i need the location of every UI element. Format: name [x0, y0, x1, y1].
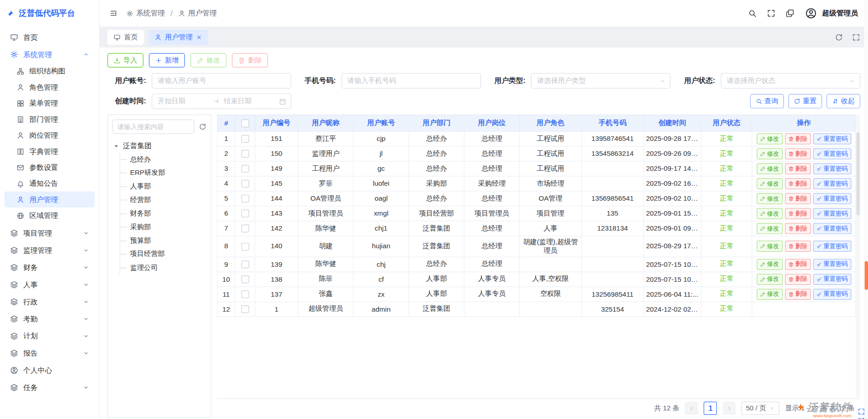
tree-node[interactable]: 采购部	[120, 221, 207, 234]
end-date[interactable]: 结束日期	[224, 96, 275, 106]
reset-password-button[interactable]: 重置密码	[813, 178, 851, 189]
sidebar-item[interactable]: 行政	[5, 293, 95, 310]
modify-button[interactable]: 修改	[756, 289, 782, 299]
sidebar-item[interactable]: 人事	[5, 276, 95, 293]
delete-button[interactable]: 删除	[785, 223, 810, 234]
sidebar-item[interactable]: 角色管理	[5, 79, 95, 95]
delete-button[interactable]: 删除	[785, 259, 810, 270]
modify-button[interactable]: 修改	[756, 274, 782, 284]
row-checkbox[interactable]	[241, 275, 249, 283]
window-scrollbar-thumb[interactable]	[865, 261, 868, 290]
refresh-icon[interactable]	[835, 33, 843, 41]
import-button[interactable]: 导入	[107, 53, 143, 67]
delete-button[interactable]: 删除	[785, 133, 810, 144]
sidebar-item[interactable]: 监理管理	[5, 242, 95, 259]
row-checkbox[interactable]	[241, 210, 249, 217]
tree-node[interactable]: 人事部	[120, 180, 207, 193]
filter-input[interactable]	[341, 73, 481, 88]
delete-button[interactable]: 删除	[785, 178, 810, 189]
modify-button[interactable]: 修改	[756, 133, 782, 144]
tree-node[interactable]: 财务部	[120, 207, 207, 221]
filter-select[interactable]: 请选择用户状态	[721, 73, 860, 88]
filter-input[interactable]	[152, 73, 291, 88]
breadcrumb-item[interactable]: 用户管理	[178, 8, 217, 18]
modify-button[interactable]: 修改	[190, 53, 226, 67]
sidebar-item[interactable]: 首页	[5, 29, 95, 46]
reset-button[interactable]: 重置	[788, 94, 822, 109]
reset-password-button[interactable]: 重置密码	[813, 208, 851, 219]
start-date[interactable]: 开始日期	[158, 96, 209, 106]
query-button[interactable]: 查询	[750, 94, 784, 109]
reset-password-button[interactable]: 重置密码	[813, 193, 851, 204]
reset-password-button[interactable]: 重置密码	[813, 274, 851, 284]
row-checkbox[interactable]	[241, 290, 249, 298]
tree-node[interactable]: 监理公司	[120, 261, 207, 275]
table-scrollbar-thumb[interactable]	[856, 132, 859, 215]
sidebar-item[interactable]: 参数设置	[5, 159, 95, 175]
row-checkbox[interactable]	[241, 225, 249, 232]
delete-button[interactable]: 删除	[785, 241, 810, 252]
sidebar-item[interactable]: 岗位管理	[5, 127, 95, 143]
add-button[interactable]: 新增	[149, 53, 185, 67]
sidebar-item[interactable]: 区域管理	[5, 207, 95, 223]
row-checkbox[interactable]	[241, 135, 249, 143]
window-scrollbar[interactable]	[864, 0, 868, 419]
modify-button[interactable]: 修改	[756, 259, 782, 270]
sidebar-item[interactable]: 个人中心	[5, 362, 95, 379]
prev-page-button[interactable]	[685, 402, 698, 415]
fullscreen-icon[interactable]	[858, 417, 865, 419]
next-page-button[interactable]	[723, 402, 736, 415]
sidebar-item[interactable]: 项目管理	[5, 225, 95, 242]
sidebar-item[interactable]: 字典管理	[5, 143, 95, 159]
page-size-select[interactable]: 50 / 页	[742, 402, 780, 415]
modify-button[interactable]: 修改	[756, 193, 782, 204]
modify-button[interactable]: 修改	[756, 163, 782, 174]
delete-button[interactable]: 删除	[785, 289, 810, 299]
search-icon[interactable]	[748, 9, 757, 18]
reset-password-button[interactable]: 重置密码	[813, 259, 851, 270]
modify-button[interactable]: 修改	[756, 208, 782, 219]
collapse-button[interactable]: 收起	[826, 94, 860, 109]
page-number[interactable]: 1	[704, 402, 717, 415]
row-checkbox[interactable]	[241, 260, 249, 268]
delete-button[interactable]: 删除	[785, 163, 810, 174]
tab[interactable]: 用户管理	[148, 29, 208, 44]
row-checkbox[interactable]	[241, 243, 249, 250]
tree-node[interactable]: 经营部	[120, 193, 207, 207]
user-name[interactable]: 超级管理员	[822, 8, 858, 18]
modify-button[interactable]: 修改	[756, 148, 782, 159]
filter-select[interactable]: 请选择用户类型	[531, 73, 671, 88]
fullscreen-icon[interactable]	[767, 9, 776, 18]
modify-button[interactable]: 修改	[756, 178, 782, 189]
reset-password-button[interactable]: 重置密码	[813, 163, 851, 174]
row-checkbox[interactable]	[241, 150, 249, 158]
avatar[interactable]	[805, 7, 818, 20]
fullscreen-icon[interactable]	[858, 408, 865, 415]
breadcrumb-item[interactable]: 系统管理	[126, 8, 165, 18]
delete-button[interactable]: 删除	[785, 208, 810, 219]
tab[interactable]: 首页	[107, 29, 144, 44]
table-scrollbar[interactable]	[856, 115, 860, 398]
sidebar-item[interactable]: 任务	[5, 379, 95, 396]
tree-refresh-icon[interactable]	[199, 123, 206, 130]
reset-password-button[interactable]: 重置密码	[813, 289, 851, 299]
sidebar-item[interactable]: 用户管理	[5, 192, 95, 207]
tree-node[interactable]: 总经办	[120, 153, 207, 166]
delete-button[interactable]: 删除	[785, 148, 810, 159]
delete-button[interactable]: 删除	[785, 193, 810, 204]
reset-password-button[interactable]: 重置密码	[813, 148, 851, 159]
sidebar-item[interactable]: 财务	[5, 259, 95, 276]
tree-node[interactable]: 预算部	[120, 234, 207, 248]
tree-node[interactable]: ERP研发部	[120, 166, 207, 180]
fullscreen-icon[interactable]	[852, 33, 860, 41]
sidebar-item[interactable]: 系统管理	[5, 46, 95, 63]
sidebar-item[interactable]: 通知公告	[5, 175, 95, 191]
reset-password-button[interactable]: 重置密码	[813, 241, 851, 252]
menu-fold-icon[interactable]	[110, 10, 117, 17]
tree-node[interactable]: 项目经营部	[120, 248, 207, 261]
row-checkbox[interactable]	[241, 180, 249, 188]
tree-root[interactable]: 泛普集团	[112, 140, 207, 153]
modify-button[interactable]: 修改	[756, 241, 782, 252]
row-checkbox[interactable]	[241, 165, 249, 173]
select-all-checkbox[interactable]	[241, 120, 249, 127]
